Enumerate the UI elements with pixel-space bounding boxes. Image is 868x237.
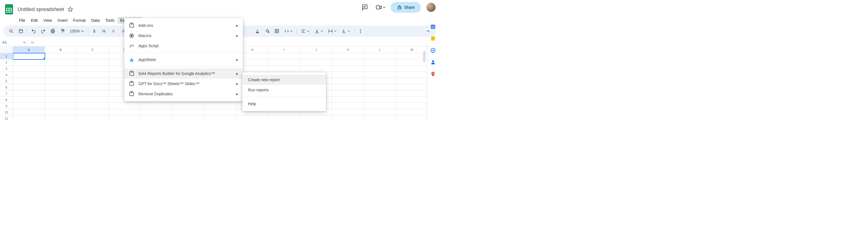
- row-header[interactable]: 4: [0, 72, 13, 78]
- cell[interactable]: [300, 65, 332, 72]
- valign-icon[interactable]: [312, 27, 325, 35]
- cell[interactable]: [396, 97, 428, 103]
- cell[interactable]: [364, 84, 396, 90]
- scrollbar-vertical[interactable]: [423, 51, 425, 62]
- borders-icon[interactable]: [272, 27, 281, 35]
- cell[interactable]: [332, 115, 364, 120]
- cell[interactable]: [13, 59, 45, 65]
- cell[interactable]: [13, 72, 45, 78]
- ext-menu-item[interactable]: AppSheet▶: [124, 55, 243, 65]
- cell[interactable]: [173, 103, 205, 109]
- cell[interactable]: [364, 103, 396, 109]
- comments-icon[interactable]: [359, 2, 370, 13]
- currency-button[interactable]: $: [90, 27, 99, 35]
- print-icon[interactable]: [48, 27, 57, 35]
- cell[interactable]: [364, 72, 396, 78]
- cell[interactable]: [364, 90, 396, 97]
- row-header[interactable]: 6: [0, 84, 13, 90]
- cell[interactable]: [13, 103, 45, 109]
- cell[interactable]: [205, 115, 237, 120]
- cell[interactable]: [13, 90, 45, 97]
- cell[interactable]: [13, 115, 45, 120]
- cell[interactable]: [332, 97, 364, 103]
- avatar[interactable]: [426, 2, 436, 12]
- row-header[interactable]: 8: [0, 97, 13, 103]
- cell[interactable]: [205, 109, 237, 115]
- ext-menu-item[interactable]: Add-ons▶: [124, 20, 243, 30]
- cell[interactable]: [13, 97, 45, 103]
- cell[interactable]: [45, 115, 77, 120]
- cell[interactable]: [364, 109, 396, 115]
- cell[interactable]: [45, 90, 77, 97]
- menu-edit[interactable]: Edit: [29, 17, 40, 24]
- cell[interactable]: [13, 78, 45, 84]
- cell[interactable]: [45, 109, 77, 115]
- share-button[interactable]: Share: [391, 2, 421, 13]
- cell[interactable]: [332, 103, 364, 109]
- cell[interactable]: [13, 109, 45, 115]
- col-header[interactable]: K: [332, 46, 364, 53]
- row-header[interactable]: 7: [0, 90, 13, 97]
- cell[interactable]: [77, 90, 109, 97]
- calendar-icon[interactable]: 31: [430, 24, 436, 29]
- cell[interactable]: [77, 53, 109, 59]
- redo-icon[interactable]: [39, 27, 48, 35]
- cell[interactable]: [77, 115, 109, 120]
- ext-menu-item[interactable]: Remove Duplicates▶: [124, 89, 243, 99]
- wrap-icon[interactable]: [326, 27, 339, 35]
- cell[interactable]: [332, 78, 364, 84]
- row-header[interactable]: 1: [0, 53, 13, 59]
- menu-format[interactable]: Format: [71, 17, 88, 24]
- rotate-icon[interactable]: A: [339, 27, 352, 35]
- cell[interactable]: [77, 72, 109, 78]
- col-header[interactable]: B: [45, 46, 77, 53]
- cell[interactable]: [300, 53, 332, 59]
- cell[interactable]: [13, 53, 45, 59]
- contacts-icon[interactable]: [430, 59, 436, 65]
- cell[interactable]: [364, 97, 396, 103]
- cell[interactable]: [77, 103, 109, 109]
- cell[interactable]: [45, 78, 77, 84]
- cell[interactable]: [332, 109, 364, 115]
- ext-menu-item[interactable]: GPT for Docs™ Sheets™ Slides™▶: [124, 79, 243, 89]
- menu-view[interactable]: View: [41, 17, 55, 24]
- ext-menu-item[interactable]: GA4 Reports Builder for Google Analytics…: [124, 69, 243, 79]
- ext-menu-item[interactable]: Macros▶: [124, 30, 243, 41]
- ext-menu-item[interactable]: Apps Script: [124, 41, 243, 51]
- cell[interactable]: [45, 97, 77, 103]
- cell[interactable]: [300, 115, 332, 120]
- row-header[interactable]: 9: [0, 103, 13, 109]
- cell[interactable]: [45, 59, 77, 65]
- doc-title[interactable]: Untitled spreadsheet: [16, 6, 66, 13]
- col-header[interactable]: A: [13, 46, 45, 53]
- col-header[interactable]: I: [268, 46, 300, 53]
- cell[interactable]: [13, 65, 45, 72]
- cell[interactable]: [141, 103, 173, 109]
- cell[interactable]: [332, 72, 364, 78]
- cell[interactable]: [268, 115, 300, 120]
- sheets-logo[interactable]: [3, 4, 15, 15]
- cell[interactable]: [300, 59, 332, 65]
- col-header[interactable]: L: [364, 46, 396, 53]
- cell[interactable]: [45, 84, 77, 90]
- cell[interactable]: [77, 109, 109, 115]
- row-header[interactable]: 5: [0, 78, 13, 84]
- cell[interactable]: [396, 84, 428, 90]
- cell[interactable]: [396, 72, 428, 78]
- cell[interactable]: [396, 115, 428, 120]
- cell[interactable]: [13, 84, 45, 90]
- tasks-icon[interactable]: [430, 48, 436, 53]
- cell[interactable]: [332, 59, 364, 65]
- cell[interactable]: [141, 115, 173, 120]
- row-header[interactable]: 2: [0, 59, 13, 65]
- cell[interactable]: [332, 65, 364, 72]
- meet-icon[interactable]: [375, 2, 385, 13]
- menu-file[interactable]: File: [17, 17, 28, 24]
- menu-insert[interactable]: Insert: [55, 17, 70, 24]
- cell[interactable]: [237, 115, 268, 120]
- cell[interactable]: [396, 78, 428, 84]
- cell[interactable]: [77, 78, 109, 84]
- cell[interactable]: [332, 90, 364, 97]
- menu-tools[interactable]: Tools: [103, 17, 117, 24]
- cell[interactable]: [364, 53, 396, 59]
